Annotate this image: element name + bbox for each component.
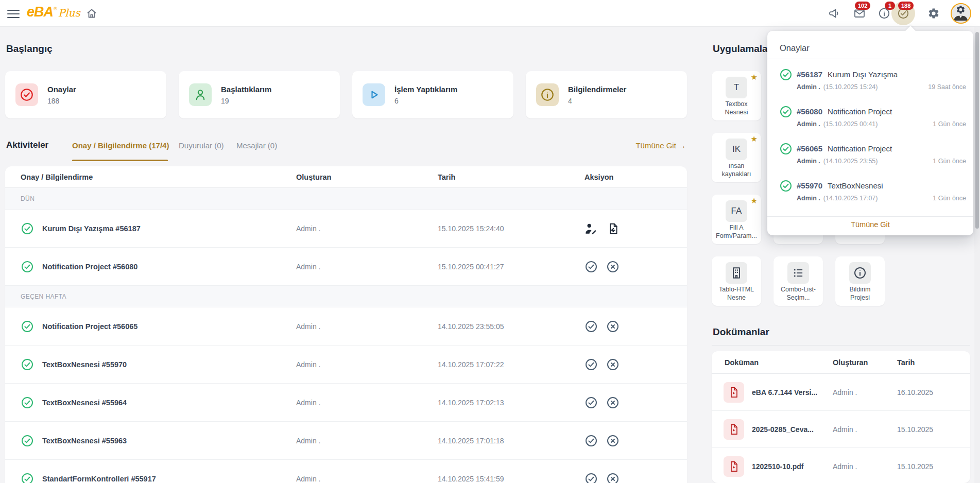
activity-title-link[interactable]: StandartFormKontrolleri #55917 — [42, 475, 156, 483]
popup-go-all-link[interactable]: Tümüne Git — [767, 220, 973, 229]
reject-icon[interactable] — [606, 434, 620, 447]
approve-icon[interactable] — [584, 472, 598, 483]
approve-icon[interactable] — [584, 320, 598, 333]
approved-status-icon — [21, 434, 34, 447]
card-approvals[interactable]: Onaylar188 — [5, 71, 166, 118]
user-avatar[interactable] — [951, 3, 971, 24]
table-row: TextBoxNesnesi #55963 Admin . 14.10.2025… — [5, 422, 687, 460]
activities-go-all-link[interactable]: Tümüne Git → — [635, 141, 686, 150]
approve-icon[interactable] — [584, 358, 598, 371]
card-notifications[interactable]: Bilgilendirmeler4 — [526, 71, 687, 118]
approval-creator: Admin . — [797, 158, 820, 165]
approval-name: Notification Project — [828, 144, 892, 153]
approved-status-icon — [779, 142, 793, 156]
app-abbr: IK — [726, 139, 747, 160]
eba-plus-logo[interactable]: eBA®Plus — [27, 4, 80, 20]
card-label: İşlem Yaptıklarım — [394, 85, 457, 94]
approved-status-icon — [21, 222, 34, 235]
list-icon — [787, 262, 809, 284]
document-name-link[interactable]: eBA 6.7.144 Versi... — [752, 388, 817, 396]
approval-item[interactable]: #56080Notification Project Admin .(15.10… — [767, 98, 973, 135]
reject-icon[interactable] — [606, 358, 620, 371]
col-header-date: Tarih — [897, 358, 970, 367]
announcements-icon[interactable] — [828, 7, 840, 20]
delegate-user-icon[interactable] — [584, 222, 598, 235]
reject-icon[interactable] — [606, 260, 620, 273]
col-header-date: Tarih — [438, 173, 584, 181]
app-tile-tablo-html[interactable]: Tablo-HTMLNesne — [712, 256, 761, 306]
favorite-star-icon[interactable]: ★ — [751, 73, 758, 82]
approval-time-ago: 1 Gün önce — [933, 195, 966, 202]
activity-date: 14.10.2025 17:07:22 — [438, 360, 584, 369]
approved-status-icon — [21, 358, 34, 371]
tab-messages[interactable]: Mesajlar (0) — [236, 141, 277, 150]
approved-status-icon — [21, 320, 34, 333]
reject-icon[interactable] — [606, 472, 620, 483]
return-document-icon[interactable] — [606, 222, 620, 235]
favorite-star-icon[interactable]: ★ — [751, 134, 758, 144]
person-icon — [189, 83, 212, 106]
apps-section-title: Uygulamalar — [713, 43, 771, 55]
approved-status-icon — [21, 472, 34, 483]
activities-title: Aktiviteler — [6, 140, 48, 150]
divider — [767, 216, 973, 217]
approval-id: #56065 — [797, 144, 822, 153]
arrow-right-icon: → — [678, 141, 686, 150]
reject-icon[interactable] — [606, 320, 620, 333]
doc-row: 2025-0285_Ceva... Admin . 15.10.2025 — [712, 411, 970, 448]
card-processed[interactable]: İşlem Yaptıklarım6 — [352, 71, 513, 118]
divider — [712, 345, 970, 346]
approval-item[interactable]: #56187Kurum Dışı Yazışma Admin .(15.10.2… — [767, 61, 973, 98]
activity-creator: Admin . — [296, 263, 438, 271]
approval-item[interactable]: #55970TextBoxNesnesi Admin .(14.10.2025 … — [767, 172, 973, 209]
activity-title-link[interactable]: TextBoxNesnesi #55970 — [42, 360, 127, 369]
activity-title-link[interactable]: Notification Project #56065 — [42, 322, 137, 331]
divider — [767, 59, 973, 59]
settings-gear-icon[interactable] — [927, 7, 940, 20]
favorite-star-icon[interactable]: ★ — [751, 196, 758, 205]
doc-header-row: Doküman Oluşturan Tarih — [712, 351, 970, 374]
tab-approval-notification[interactable]: Onay / Bilgilendirme (17/4) — [72, 141, 169, 150]
approve-icon[interactable] — [584, 260, 598, 273]
table-row: Kurum Dışı Yazışma #56187 Admin . 15.10.… — [5, 210, 687, 248]
menu-icon[interactable] — [7, 7, 20, 20]
card-count: 6 — [394, 97, 457, 105]
scrollbar-thumb[interactable] — [975, 32, 979, 229]
activity-date: 15.10.2025 00:41:27 — [438, 263, 584, 271]
app-tile-fill-form[interactable]: ★ FA Fill AForm/Param... — [712, 195, 761, 244]
card-started[interactable]: Başlattıklarım19 — [179, 71, 340, 118]
reject-icon[interactable] — [606, 396, 620, 409]
info-circle-icon — [849, 262, 871, 284]
approvals-badge: 188 — [898, 2, 914, 10]
app-abbr: FA — [726, 200, 747, 222]
building-icon — [726, 262, 747, 284]
app-tile-hr[interactable]: ★ IK ınsankaynakları — [712, 133, 761, 182]
activity-title-link[interactable]: Notification Project #56080 — [42, 263, 137, 271]
start-section-title: Başlangıç — [6, 43, 53, 55]
app-tile-textbox[interactable]: ★ T TextboxNesnesi — [712, 71, 761, 120]
document-name-link[interactable]: 2025-0285_Ceva... — [752, 425, 814, 434]
documents-section-title: Dokümanlar — [713, 326, 769, 338]
activity-title-link[interactable]: TextBoxNesnesi #55963 — [42, 437, 127, 445]
approval-item[interactable]: #56065Notification Project Admin .(14.10… — [767, 135, 973, 172]
activity-date: 14.10.2025 17:01:18 — [438, 437, 584, 445]
approvals-dropdown: Onaylar #56187Kurum Dışı Yazışma Admin .… — [767, 31, 973, 235]
activity-date: 14.10.2025 17:02:13 — [438, 399, 584, 407]
approval-id: #55970 — [797, 181, 822, 190]
popup-caret — [905, 26, 916, 36]
pdf-file-icon — [724, 382, 744, 403]
activity-title-link[interactable]: Kurum Dışı Yazışma #56187 — [42, 225, 141, 233]
document-name-link[interactable]: 1202510-10.pdf — [752, 462, 803, 471]
col-header-action: Aksiyon — [584, 173, 687, 181]
card-count: 4 — [568, 97, 626, 105]
app-tile-bildirim[interactable]: BildirimProjesi — [835, 256, 885, 306]
logo-suffix-text: Plus — [58, 7, 80, 19]
app-tile-combo-list[interactable]: Combo-List-Seçim... — [773, 256, 823, 306]
approve-icon[interactable] — [584, 396, 598, 409]
home-icon[interactable] — [85, 7, 98, 20]
table-row: Notification Project #56065 Admin . 14.1… — [5, 307, 687, 346]
tab-announcements[interactable]: Duyurular (0) — [179, 141, 224, 150]
activity-title-link[interactable]: TextBoxNesnesi #55964 — [42, 399, 127, 407]
approve-icon[interactable] — [584, 434, 598, 447]
group-header-last-week: GEÇEN HAFTA — [5, 286, 687, 307]
